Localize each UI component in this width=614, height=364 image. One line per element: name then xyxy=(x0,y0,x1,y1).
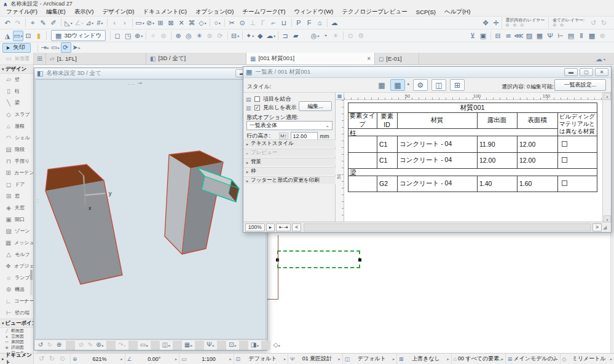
sidebar-tool[interactable]: ▨ ゾーン xyxy=(0,225,33,237)
toolbar-icon[interactable]: ☀ xyxy=(331,31,341,41)
toolbar-icon[interactable] xyxy=(242,31,243,40)
toolbar-icon[interactable]: ◎▾ xyxy=(310,31,320,41)
toolbar-icon[interactable]: ⊔ xyxy=(279,18,289,28)
3d-toolbar-icon[interactable] xyxy=(217,341,226,350)
quick-option[interactable]: ⊞ メインモデルのみ ▸ xyxy=(505,354,560,364)
different-material-checkbox[interactable] xyxy=(562,180,567,186)
3d-toolbar-icon[interactable]: ⊕ xyxy=(55,341,64,350)
toolbar-icon[interactable]: ☁ xyxy=(329,18,340,28)
menu-item[interactable]: 編集(E) xyxy=(42,8,70,16)
arrow-tool-button[interactable]: ➤ 矢印 xyxy=(2,43,31,53)
quick-option[interactable]: ▭ 1:100 ▸ xyxy=(179,354,234,364)
sidebar-tool[interactable]: ╲ 梁 xyxy=(0,97,33,109)
toolbar-icon[interactable]: ◳ xyxy=(123,31,133,41)
menu-item[interactable]: テクノロジープレビュー xyxy=(337,8,412,16)
toolbar-icon[interactable]: ⊙ xyxy=(237,18,248,28)
sidebar-tool[interactable]: ◠ シェル xyxy=(0,132,33,144)
menu-item[interactable]: チームワーク(T) xyxy=(238,8,289,16)
toolbar-icon[interactable]: ✎ xyxy=(38,18,49,28)
toolbar-icon[interactable] xyxy=(107,18,108,27)
cell-element-id[interactable]: C1 xyxy=(379,153,396,168)
menu-item[interactable]: SCP(S) xyxy=(412,9,440,15)
3d-toolbar-icon[interactable] xyxy=(261,341,270,350)
sidebar-scrollbar[interactable] xyxy=(30,269,33,295)
selection-mode-icon[interactable]: ⟳ xyxy=(61,42,71,53)
3d-toolbar-icon[interactable] xyxy=(151,341,160,350)
sidebar-section-document[interactable]: ▸ ドキュメント xyxy=(0,354,34,364)
scrollbar-thumb[interactable] xyxy=(30,270,33,280)
toolbar-icon[interactable]: ⌖ xyxy=(28,18,38,28)
layer-all-box[interactable]: 全てのレイヤー: ⊘ ⊖ xyxy=(548,17,588,29)
sidebar-tool[interactable]: ⊛ 機器 xyxy=(0,284,33,295)
3d-toolbar-icon[interactable] xyxy=(239,341,248,350)
sidebar-tool[interactable]: ◻ ドア xyxy=(0,179,33,190)
view-tab[interactable]: ▱ [1. 1FL] xyxy=(46,53,146,64)
show-headline-row[interactable]: ▥ ✓ 見出しを表示 xyxy=(246,104,296,112)
3d-toolbar-icon[interactable]: ▭▸ xyxy=(140,341,149,350)
collapse-panel-icon[interactable]: ◂ xyxy=(407,82,409,87)
3d-toolbar-icon[interactable] xyxy=(106,341,116,350)
toolbar-icon[interactable]: ✐ xyxy=(49,18,59,28)
toolbar-icon[interactable]: ⊢ xyxy=(556,31,566,41)
toolbar-icon[interactable] xyxy=(46,31,47,40)
toolbar-icon[interactable] xyxy=(343,31,344,40)
3d-toolbar-icon[interactable]: ✎ xyxy=(86,341,95,350)
toolbar-icon[interactable]: ⌘ xyxy=(187,18,197,28)
cell-element-id[interactable]: C1 xyxy=(379,136,396,152)
quick-option[interactable]: ∠ 0.00° ▸ xyxy=(125,354,179,364)
sidebar-tool[interactable]: ▯ 柱 xyxy=(0,85,33,97)
toolbar-icon[interactable]: ⊘▾ xyxy=(145,18,155,28)
ruler-corner-icon[interactable]: ▦ xyxy=(336,93,344,100)
toolbar-icon[interactable]: ▮ xyxy=(34,31,44,41)
toolbar-icon[interactable]: ⊚ xyxy=(159,31,169,41)
menu-item[interactable]: オプション(O) xyxy=(191,8,238,16)
schedule-settings-button[interactable]: 一覧表設定... xyxy=(554,79,606,91)
toolbar-icon[interactable]: ◎ xyxy=(184,31,194,41)
different-material-checkbox[interactable] xyxy=(562,141,567,147)
sidebar-tool[interactable]: ▤ 階段 xyxy=(0,144,33,155)
refresh-icon[interactable]: ↻ xyxy=(599,18,609,28)
toolbar-icon[interactable] xyxy=(61,18,61,27)
quick-option[interactable]: ⊡ デフォルト ▸ xyxy=(234,354,288,364)
toolbar-icon[interactable]: ⋘ xyxy=(514,31,524,41)
select-related-button[interactable]: ◫ xyxy=(431,79,446,91)
sidebar-tool[interactable]: ☼ ランプ xyxy=(0,272,33,284)
format-section-header[interactable]: ▸ テキストスタイル xyxy=(243,139,336,147)
toolbar-icon[interactable]: ▩ xyxy=(587,31,597,41)
toolbar-icon[interactable]: ▭▾ xyxy=(13,31,23,41)
toolbar-icon[interactable]: ▭▾ xyxy=(135,18,145,28)
quick-option[interactable]: Ψ 01 意匠設計 ▸ xyxy=(288,354,342,364)
toolbar-icon[interactable] xyxy=(146,31,146,40)
toolbar-icon[interactable]: ⊥ xyxy=(248,18,258,28)
sidebar-tool[interactable]: ◇ スラブ xyxy=(0,109,33,120)
toolbar-icon[interactable]: ↶ xyxy=(2,18,13,28)
toolbar-icon[interactable]: Ψ xyxy=(545,31,556,41)
toolbar-icon[interactable]: ▤ xyxy=(566,31,577,41)
3d-toolbar-icon[interactable]: ▦▸ xyxy=(184,341,193,350)
sidebar-tool[interactable]: ◈ 天窓 xyxy=(0,202,33,214)
horizontal-scrollbar-track[interactable] xyxy=(304,223,591,231)
menu-item[interactable]: ウィンドウ(W) xyxy=(289,8,337,16)
3d-toolbar-icon[interactable]: ⊡▸ xyxy=(228,341,237,350)
material-schedule-table[interactable]: 材質001 要素タイプ 要素ID 材質 露出面 表面積 ビルディングマテリアルと… xyxy=(348,103,597,192)
quick-option[interactable]: ⌂ 00 すべての要素... ▸ xyxy=(451,354,506,364)
view-tab[interactable]: ▦ [001 材質001] × xyxy=(246,53,375,64)
3d-toolbar-icon[interactable]: ⊛▸ xyxy=(95,341,104,350)
layer-selection-box[interactable]: 選択内容のレイヤー ⊘ ⊖ ⊙ xyxy=(502,17,549,29)
toolbar-icon[interactable] xyxy=(210,18,210,27)
selected-beam-outline[interactable] xyxy=(277,250,360,268)
style-headline-button[interactable]: ▦ xyxy=(390,79,405,91)
pan-icon[interactable]: ✥ xyxy=(481,18,491,28)
toolbar-icon[interactable]: ⊕ xyxy=(173,31,184,41)
view-tab[interactable]: ◧ [3D / 全て] xyxy=(146,53,246,64)
play-button[interactable]: ▸ xyxy=(266,223,275,231)
open-3d-window-button[interactable]: ▦ 3Dウィンドウ xyxy=(51,30,106,41)
toolbar-icon[interactable] xyxy=(227,31,228,40)
scroll-left-button[interactable]: < xyxy=(292,223,301,231)
cell-material[interactable]: コンクリート - 04 xyxy=(399,153,476,168)
toolbar-icon[interactable]: ∠▾ xyxy=(74,18,84,28)
sidebar-section-design[interactable]: ▾ デザイン xyxy=(0,64,33,74)
toolbar-icon[interactable]: ▣ xyxy=(478,31,489,41)
edit-headline-button[interactable]: 編集... xyxy=(299,101,332,111)
toolbar-icon[interactable] xyxy=(224,18,225,27)
